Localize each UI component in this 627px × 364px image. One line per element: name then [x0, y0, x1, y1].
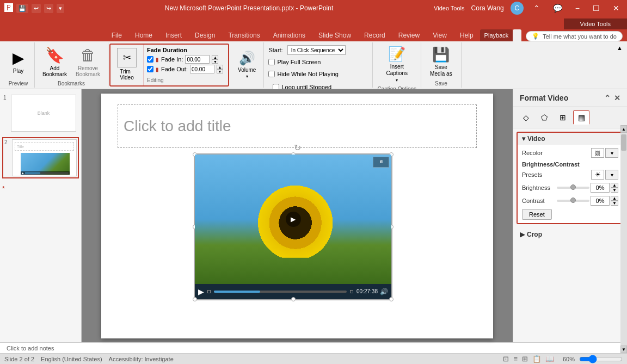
- recolor-preview[interactable]: 🖼: [591, 148, 604, 158]
- scroll-track: [620, 133, 627, 152]
- scroll-thumb[interactable]: [621, 134, 626, 151]
- title-placeholder[interactable]: Click to add title: [118, 104, 477, 148]
- qat-redo[interactable]: ↪: [44, 4, 53, 13]
- presets-dropdown-btn[interactable]: ▾: [605, 170, 618, 180]
- slide-thumb-2[interactable]: 2 Title ▶: [2, 137, 79, 178]
- scroll-up-btn[interactable]: ▲: [620, 125, 627, 133]
- fade-in-checkbox[interactable]: [147, 56, 153, 63]
- preview-group-content: ▶ Play: [9, 44, 28, 79]
- add-bookmark-button[interactable]: 🔖 AddBookmark: [39, 44, 70, 79]
- panel-crop-section[interactable]: ▶ Crop: [513, 227, 627, 242]
- insert-captions-button[interactable]: 📝 InsertCaptions ▾: [382, 44, 412, 85]
- tab-video-format[interactable]: Playback: [480, 29, 513, 41]
- fade-in-up-btn[interactable]: ▲: [212, 55, 218, 59]
- brightness-up-btn[interactable]: ▲: [611, 183, 618, 188]
- tab-record[interactable]: Record: [358, 29, 392, 41]
- tab-insert[interactable]: Insert: [159, 29, 188, 41]
- slide-canvas[interactable]: Click to add title ↻ �: [101, 94, 493, 338]
- presets-preview[interactable]: ☀: [591, 170, 604, 180]
- minimize-btn[interactable]: −: [572, 3, 583, 14]
- handle-br[interactable]: [389, 297, 394, 301]
- ribbon-collapse[interactable]: ▲: [614, 42, 625, 88]
- fade-duration-label: Fade Duration: [147, 47, 223, 53]
- video-play-btn[interactable]: ▶: [198, 287, 204, 296]
- tab-file[interactable]: File: [105, 29, 128, 41]
- contrast-slider-thumb[interactable]: [570, 198, 576, 203]
- tab-view[interactable]: View: [426, 29, 453, 41]
- prev-frame-btn[interactable]: [207, 290, 211, 293]
- fade-out-up-btn[interactable]: ▲: [217, 65, 223, 69]
- panel-title: Format Video: [520, 94, 568, 102]
- lightbulb-icon: 💡: [532, 33, 539, 40]
- contrast-slider[interactable]: [557, 200, 589, 202]
- video-progress[interactable]: [214, 291, 347, 293]
- view-reading-btn[interactable]: 📖: [545, 355, 554, 363]
- panel-tab-fill[interactable]: ◇: [518, 110, 534, 125]
- panel-collapse-btn[interactable]: ⌃: [604, 94, 611, 102]
- qat-save[interactable]: 💾: [16, 4, 28, 13]
- zoom-slider[interactable]: [579, 355, 623, 363]
- ribbon-collapse-btn[interactable]: ⌃: [530, 3, 543, 14]
- play-icon: ▶: [13, 49, 24, 67]
- video-section-header[interactable]: ▾ Video: [518, 133, 623, 145]
- fade-in-down-btn[interactable]: ▼: [212, 59, 218, 64]
- play-fullscreen-checkbox[interactable]: [268, 59, 275, 65]
- handle-bm[interactable]: [291, 297, 296, 301]
- save-media-button[interactable]: 💾 SaveMedia as: [426, 44, 457, 79]
- tab-design[interactable]: Design: [188, 29, 222, 41]
- qat-more[interactable]: ▾: [57, 4, 64, 13]
- tab-playback[interactable]: [513, 29, 521, 41]
- view-notes-btn[interactable]: 📋: [532, 355, 541, 363]
- tab-transitions[interactable]: Transitions: [222, 29, 266, 41]
- ribbon-group-preview: ▶ Play Preview: [2, 42, 35, 88]
- panel-tab-effects[interactable]: ⬠: [536, 110, 552, 125]
- brightness-down-btn[interactable]: ▼: [611, 188, 618, 193]
- close-btn[interactable]: ✕: [610, 3, 623, 14]
- panel-tab-video[interactable]: ▦: [573, 110, 589, 125]
- comments-btn[interactable]: 💬: [550, 3, 565, 14]
- view-normal-btn[interactable]: ⊡: [503, 355, 509, 363]
- fade-out-down-btn[interactable]: ▼: [217, 69, 223, 73]
- fade-in-input[interactable]: [185, 55, 210, 64]
- volume-button[interactable]: 🔊 Volume ▾: [235, 48, 259, 81]
- panel-close-btn[interactable]: ✕: [614, 94, 620, 102]
- tab-review[interactable]: Review: [392, 29, 426, 41]
- brightness-slider[interactable]: [557, 187, 589, 189]
- handle-bl[interactable]: [193, 297, 197, 301]
- contrast-down-btn[interactable]: ▼: [611, 201, 618, 206]
- recolor-dropdown-btn[interactable]: ▾: [605, 148, 618, 158]
- scroll-down-btn[interactable]: ▼: [620, 346, 627, 353]
- rotate-handle[interactable]: ↻: [292, 143, 303, 153]
- reset-button[interactable]: Reset: [522, 209, 552, 220]
- next-frame-btn[interactable]: [350, 290, 353, 293]
- tell-me-bar[interactable]: 💡 Tell me what you want to do: [526, 31, 623, 41]
- slide-thumb-1[interactable]: 1 Blank: [2, 94, 79, 133]
- fade-out-input[interactable]: [190, 65, 214, 73]
- brightness-label: Brightness: [522, 184, 550, 191]
- video-frame[interactable]: 🖥 ▶ ▶ 00:27:38 🔊: [194, 153, 392, 300]
- volume-indicator[interactable]: 🔊: [380, 288, 388, 295]
- tab-animations[interactable]: Animations: [267, 29, 312, 41]
- contrast-up-btn[interactable]: ▲: [611, 196, 618, 201]
- tab-help[interactable]: Help: [453, 29, 480, 41]
- tab-slide-show[interactable]: Slide Show: [312, 29, 358, 41]
- title-placeholder-text: Click to add title: [124, 118, 231, 135]
- notes-bar[interactable]: Click to add notes: [0, 342, 627, 353]
- save-content: 💾 SaveMedia as: [426, 44, 457, 79]
- qat-undo[interactable]: ↩: [32, 4, 41, 13]
- view-outline-btn[interactable]: ≡: [513, 355, 518, 363]
- remove-bookmark-button[interactable]: 🗑 RemoveBookmark: [72, 44, 103, 79]
- fade-out-checkbox[interactable]: [147, 66, 153, 72]
- contrast-input[interactable]: [591, 196, 610, 206]
- start-select[interactable]: In Click Sequence: [287, 45, 346, 55]
- trim-video-button[interactable]: ✂ TrimVideo: [114, 47, 140, 82]
- tab-home[interactable]: Home: [128, 29, 159, 41]
- hide-not-playing-checkbox[interactable]: [268, 71, 275, 77]
- maximize-btn[interactable]: ☐: [589, 3, 603, 14]
- view-sorter-btn[interactable]: ⊞: [522, 355, 528, 363]
- brightness-slider-thumb[interactable]: [570, 184, 576, 190]
- video-time: 00:27:38: [356, 288, 378, 294]
- play-button[interactable]: ▶ Play: [9, 47, 28, 76]
- panel-tab-size[interactable]: ⊞: [555, 110, 571, 125]
- brightness-input[interactable]: [591, 183, 610, 193]
